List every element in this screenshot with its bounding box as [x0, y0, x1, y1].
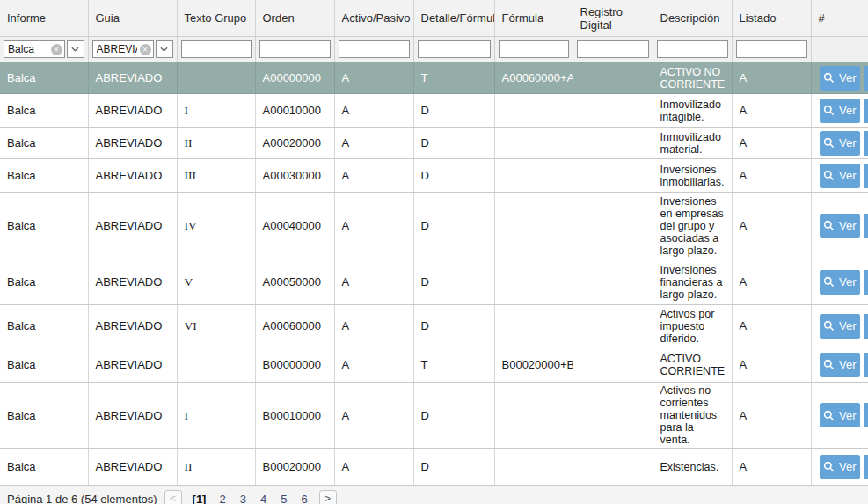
cell-formula: [494, 259, 573, 305]
table-row[interactable]: BalcaABREVIADOIIA00020000ADInmovilizado …: [0, 128, 868, 159]
filter-registro-digital-input[interactable]: [577, 40, 649, 58]
cell-guia: ABREVIADO: [88, 159, 177, 193]
cell-orden: B00010000: [255, 383, 334, 449]
page-link-4[interactable]: 4: [260, 493, 266, 504]
cell-actions: Ver: [811, 449, 868, 486]
cell-registro-digital: [573, 128, 653, 159]
cell-detalle-formula: D: [413, 128, 494, 159]
search-icon: [823, 410, 835, 421]
cell-guia: ABREVIADO: [88, 305, 177, 347]
ver-button[interactable]: Ver: [820, 314, 860, 339]
cutoff-action-button[interactable]: [864, 214, 868, 238]
ver-button[interactable]: Ver: [820, 353, 860, 377]
table-row[interactable]: BalcaABREVIADOIIIA00030000ADInversiones …: [0, 159, 868, 193]
ver-button-label: Ver: [839, 71, 857, 84]
ver-button[interactable]: Ver: [820, 214, 860, 238]
cell-texto-grupo: II: [177, 128, 255, 159]
cell-listado: A: [732, 193, 811, 259]
ver-button[interactable]: Ver: [820, 270, 860, 295]
cutoff-action-button[interactable]: [864, 270, 868, 295]
filter-descripcion-input[interactable]: [657, 40, 728, 58]
filter-activo-pasivo-input[interactable]: [339, 40, 410, 58]
cutoff-action-button[interactable]: [864, 99, 868, 123]
filter-formula-input[interactable]: [499, 40, 569, 58]
page-link-3[interactable]: 3: [240, 493, 246, 504]
cell-detalle-formula: D: [413, 383, 494, 449]
ver-button-label: Ver: [839, 219, 857, 232]
chevron-down-icon: [71, 47, 79, 52]
clear-filter-icon[interactable]: ×: [140, 44, 151, 55]
ver-button[interactable]: Ver: [820, 403, 860, 427]
ver-button[interactable]: Ver: [820, 99, 860, 123]
ver-button[interactable]: Ver: [820, 66, 860, 91]
cutoff-action-button[interactable]: [864, 164, 868, 188]
cell-informe: Balca: [0, 94, 88, 128]
col-header-descripcion[interactable]: Descripción: [653, 0, 732, 37]
filter-listado-input[interactable]: [736, 40, 807, 58]
table-row[interactable]: BalcaABREVIADOIA00010000ADInmovilizado i…: [0, 94, 868, 128]
col-header-orden[interactable]: Orden: [255, 0, 334, 37]
page-link-5[interactable]: 5: [281, 493, 287, 504]
col-header-guia[interactable]: Guia: [88, 0, 177, 37]
cell-guia: ABREVIADO: [88, 193, 177, 259]
cell-formula: [494, 449, 573, 486]
cutoff-action-button[interactable]: [864, 314, 868, 339]
cell-listado: A: [732, 383, 811, 449]
col-header-listado[interactable]: Listado: [732, 0, 811, 37]
ver-button[interactable]: Ver: [820, 164, 860, 188]
col-header-detalle-formula[interactable]: Detalle/Fórmula: [413, 0, 494, 37]
cell-informe: Balca: [0, 305, 88, 347]
cell-informe: Balca: [0, 347, 88, 383]
col-header-formula[interactable]: Fórmula: [494, 0, 573, 37]
search-icon: [823, 170, 835, 181]
cell-detalle-formula: D: [413, 305, 494, 347]
cell-informe: Balca: [0, 193, 88, 259]
col-header-actions[interactable]: #: [811, 0, 868, 37]
table-row[interactable]: BalcaABREVIADOB00000000ATB00020000+B0ACT…: [0, 347, 868, 383]
chevron-left-icon: <: [170, 493, 176, 504]
cell-registro-digital: [573, 94, 653, 128]
ver-button[interactable]: Ver: [820, 131, 860, 156]
cell-orden: A00040000: [255, 193, 334, 259]
table-row[interactable]: BalcaABREVIADOVA00050000ADInversiones fi…: [0, 259, 868, 305]
filter-guia-dropdown-button[interactable]: [156, 40, 173, 58]
search-icon: [823, 359, 835, 370]
table-row[interactable]: BalcaABREVIADOA00000000ATA00060000+A0ACT…: [0, 62, 868, 94]
cell-texto-grupo: IV: [177, 193, 255, 259]
cell-activo-pasivo: A: [334, 305, 413, 347]
table-row[interactable]: BalcaABREVIADOIIB00020000ADExistencias.A…: [0, 449, 868, 486]
cell-descripcion: Activos no corrientes mantenidos para la…: [653, 383, 732, 449]
ver-button-label: Ver: [839, 460, 857, 473]
page-link-2[interactable]: 2: [219, 493, 225, 504]
cell-detalle-formula: D: [413, 94, 494, 128]
chevron-down-icon: [160, 47, 168, 52]
ver-button[interactable]: Ver: [820, 455, 860, 479]
cutoff-action-button[interactable]: [864, 66, 868, 91]
next-page-button[interactable]: >: [319, 490, 337, 504]
filter-detalle-formula-input[interactable]: [418, 40, 491, 58]
search-icon: [823, 137, 835, 149]
cell-detalle-formula: T: [413, 347, 494, 383]
table-row[interactable]: BalcaABREVIADOIVA00040000ADInversiones e…: [0, 193, 868, 259]
filter-texto-grupo-input[interactable]: [181, 40, 252, 58]
current-page: [1]: [193, 493, 207, 504]
page-link-6[interactable]: 6: [301, 493, 307, 504]
cell-descripcion: Activos por impuesto diferido.: [653, 305, 732, 347]
cutoff-action-button[interactable]: [864, 455, 868, 479]
table-row[interactable]: BalcaABREVIADOVIA00060000ADActivos por i…: [0, 305, 868, 347]
filter-orden-input[interactable]: [259, 40, 331, 58]
cell-activo-pasivo: A: [334, 347, 413, 383]
clear-filter-icon[interactable]: ×: [51, 44, 62, 55]
col-header-informe[interactable]: Informe: [0, 0, 88, 37]
col-header-activo-pasivo[interactable]: Activo/Pasivo: [334, 0, 413, 37]
ver-button-label: Ver: [839, 409, 857, 422]
cutoff-action-button[interactable]: [864, 131, 868, 156]
table-row[interactable]: BalcaABREVIADOIB00010000ADActivos no cor…: [0, 383, 868, 449]
cutoff-action-button[interactable]: [864, 403, 868, 427]
cutoff-action-button[interactable]: [864, 353, 868, 377]
col-header-registro-digital[interactable]: Registro Digital: [573, 0, 653, 37]
filter-informe-dropdown-button[interactable]: [67, 40, 84, 58]
pager-summary: Página 1 de 6 (54 elementos): [7, 493, 157, 504]
search-icon: [823, 276, 835, 288]
col-header-texto-grupo[interactable]: Texto Grupo: [177, 0, 255, 37]
